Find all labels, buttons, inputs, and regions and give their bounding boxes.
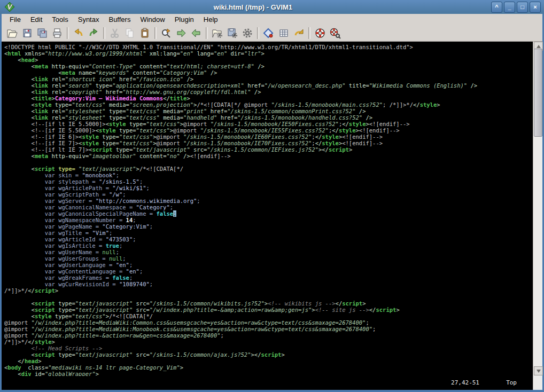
code-line-47[interactable]: /*]]>*/</style>	[4, 339, 533, 345]
code-line-41[interactable]: <script type="text/javascript" src="/ski…	[4, 300, 533, 307]
code-line-15[interactable]: <!--[if IE 6]><style type="text/css">@im…	[4, 134, 533, 140]
code-line-29[interactable]: var wgPageName = "Category:Vim";	[4, 223, 533, 230]
code-line-32[interactable]: var wgIsArticle = true;	[4, 242, 533, 249]
minimize-button[interactable]: _	[504, 2, 515, 13]
code-line-28[interactable]: var wgNamespaceNumber = 14;	[4, 217, 533, 223]
toolbar-make-button[interactable]	[262, 26, 276, 40]
code-line-51[interactable]: <body class="mediawiki ns-14 ltr page-Ca…	[4, 364, 533, 371]
scrollbar-down-button[interactable]	[534, 366, 543, 375]
toolbar-help-button[interactable]	[313, 26, 327, 40]
code-segment: style	[35, 313, 52, 319]
code-line-17[interactable]: <!--[if lt IE 7]><script type="text/java…	[4, 146, 533, 153]
toolbar-savesession-button[interactable]	[226, 26, 239, 40]
menu-file[interactable]: File	[5, 15, 26, 24]
code-segment: "stylesheet"	[65, 108, 106, 114]
code-line-24[interactable]: var wgScriptPath = "/w";	[4, 191, 533, 198]
code-line-37[interactable]: var wgBreakFrames = false;	[4, 275, 533, 281]
code-area[interactable]: <!DOCTYPE html PUBLIC "-//W3C//DTD XHTML…	[2, 42, 533, 377]
scrollbar-thumb[interactable]	[534, 49, 542, 137]
menu-syntax[interactable]: Syntax	[73, 15, 104, 24]
toolbar-undo-button[interactable]	[72, 26, 86, 40]
code-line-40[interactable]	[4, 294, 533, 300]
code-line-16[interactable]: <!--[if IE 7]><style type="text/css">@im…	[4, 140, 533, 146]
toolbar-paste-button[interactable]	[138, 26, 152, 40]
maximize-button[interactable]: □	[517, 2, 528, 13]
text-editor[interactable]: <!DOCTYPE html PUBLIC "-//W3C//DTD XHTML…	[2, 42, 533, 390]
code-line-5[interactable]: <meta name="keywords" content="Category:…	[4, 69, 533, 76]
toolbar-runscript-button[interactable]	[240, 26, 254, 40]
code-line-50[interactable]: </head>	[4, 358, 533, 364]
code-segment: "stylesheet"	[65, 114, 106, 121]
code-line-44[interactable]: @import "/w/index.php?title=MediaWiki:Co…	[4, 319, 533, 326]
code-segment: </	[254, 351, 261, 358]
toolbar-redo-button[interactable]	[87, 26, 100, 40]
code-segment: <!--[if lt IE 5.5000]>	[4, 121, 106, 127]
code-segment: /*]]>*/	[4, 339, 28, 345]
scrollbar[interactable]	[533, 42, 542, 390]
toolbar-tagjump-button[interactable]	[292, 26, 306, 40]
code-segment: ;	[372, 326, 376, 332]
code-line-20[interactable]: <script type= "text/javascript">/*<![CDA…	[4, 166, 533, 172]
toolbar-print-button[interactable]	[50, 26, 64, 40]
code-line-13[interactable]: <!--[if lt IE 5.5000]><style type="text/…	[4, 121, 533, 127]
code-line-23[interactable]: var wgArticlePath = "/wiki/$1";	[4, 185, 533, 191]
code-line-12[interactable]: <link rel="stylesheet" type="text/css" m…	[4, 114, 533, 121]
code-line-42[interactable]: <script type="text/javascript" src="/w/i…	[4, 307, 533, 313]
code-line-22[interactable]: var stylepath = "/skins-1.5";	[4, 178, 533, 185]
code-segment	[4, 153, 32, 159]
code-line-48[interactable]: <!-- Head Scripts -->	[4, 345, 533, 351]
toolbar-findnext-button[interactable]	[174, 26, 188, 40]
toolbar-tags-button[interactable]	[277, 26, 291, 40]
code-line-30[interactable]: var wgTitle = "Vim";	[4, 230, 533, 236]
code-line-27[interactable]: var wgCanonicalSpecialPageName = false;	[4, 210, 533, 217]
code-line-7[interactable]: <link rel="search" type="application/ope…	[4, 82, 533, 89]
menu-plugin[interactable]: Plugin	[170, 15, 199, 24]
menu-tools[interactable]: Tools	[47, 15, 73, 24]
toolbar-saveall-button[interactable]	[35, 26, 49, 40]
code-line-45[interactable]: @import "/w/index.php?title=MediaWiki:Mo…	[4, 326, 533, 332]
code-line-36[interactable]: var wgContentLanguage = "en";	[4, 268, 533, 275]
menu-help[interactable]: Help	[199, 15, 223, 24]
code-segment: href=	[207, 108, 227, 114]
code-line-18[interactable]: <meta http-equiv="imagetoolbar" content=…	[4, 153, 533, 159]
code-line-43[interactable]: <style type="text/css">/*<![CDATA[*/	[4, 313, 533, 319]
toolbar-open-button[interactable]	[5, 26, 19, 40]
code-line-4[interactable]: <meta http-equiv="Content-Type" content=…	[4, 63, 533, 69]
code-line-8[interactable]: <link rel="copyright" href="http://www.g…	[4, 89, 533, 95]
toolbar-findprev-button[interactable]	[189, 26, 203, 40]
toolbar-separator-6	[308, 27, 310, 39]
titlebar[interactable]: wiki.html (/tmp) - GVIM1 ^_□×	[0, 0, 544, 14]
code-line-6[interactable]: <link rel="shortcut icon" href="/favicon…	[4, 76, 533, 82]
code-segment: link	[35, 108, 48, 114]
code-line-38[interactable]: var wgCurRevisionId = "1089740";	[4, 281, 533, 287]
code-line-49[interactable]: <script type="text/javascript" src="/ski…	[4, 351, 533, 358]
code-line-1[interactable]: <!DOCTYPE html PUBLIC "-//W3C//DTD XHTML…	[4, 44, 533, 50]
code-line-2[interactable]: <html xmlns="http://www.w3.org/1999/xhtm…	[4, 50, 533, 57]
menu-edit[interactable]: Edit	[26, 15, 47, 24]
toolbar-save-button[interactable]	[20, 26, 34, 40]
shade-button[interactable]: ^	[491, 2, 502, 13]
code-line-33[interactable]: var wgUserName = null;	[4, 249, 533, 255]
toolbar-findhelp-button[interactable]	[328, 26, 342, 40]
code-line-9[interactable]: <title>Category:Vim – Wikimedia Commons<…	[4, 95, 533, 101]
close-button[interactable]: ×	[530, 2, 541, 13]
menu-buffers[interactable]: Buffers	[104, 15, 135, 24]
code-line-34[interactable]: var wgUserGroups = null;	[4, 255, 533, 262]
code-line-19[interactable]	[4, 159, 533, 166]
toolbar-findreplace-button[interactable]	[159, 26, 173, 40]
code-line-46[interactable]: @import "/w/index.php?title=-&action=raw…	[4, 332, 533, 339]
code-line-3[interactable]: <head>	[4, 57, 533, 63]
code-line-25[interactable]: var wgServer = "http://commons.wikimedia…	[4, 198, 533, 204]
code-line-11[interactable]: <link rel="stylesheet" type="text/css" m…	[4, 108, 533, 114]
code-line-39[interactable]: /*]]>*/</script>	[4, 287, 533, 294]
code-segment: "/skins-1.5/common/wikibits.js?52"	[150, 300, 265, 307]
code-line-31[interactable]: var wgArticleId = "473503";	[4, 236, 533, 242]
code-segment: ;	[133, 217, 136, 223]
code-line-10[interactable]: <style type="text/css" media="screen,pro…	[4, 101, 533, 108]
code-line-21[interactable]: var skin = "monobook";	[4, 172, 533, 178]
code-line-35[interactable]: var wgUserLanguage = "en";	[4, 262, 533, 268]
menu-window[interactable]: Window	[135, 15, 169, 24]
toolbar-loadsession-button[interactable]	[211, 26, 224, 40]
code-line-26[interactable]: var wgCanonicalNamespace = "Category";	[4, 204, 533, 210]
code-line-14[interactable]: <!--[if IE 5.5000]><style type="text/css…	[4, 127, 533, 134]
